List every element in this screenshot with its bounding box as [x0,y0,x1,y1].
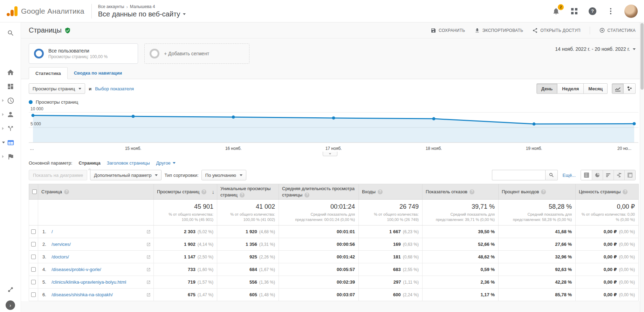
help-icon[interactable] [240,193,245,197]
row-checkbox[interactable] [31,229,36,234]
help-icon[interactable] [64,189,69,194]
view-performance-button[interactable] [603,170,614,180]
column-header-page[interactable]: Страница [41,189,62,194]
help-button[interactable]: ? [588,7,597,16]
breadcrumb-account[interactable]: Малышева 4 [130,4,155,9]
select-all-checkbox[interactable] [32,189,37,194]
sidebar-item-attribution[interactable] [0,283,21,296]
view-data-table-button[interactable] [581,170,592,180]
column-header-avg-time[interactable]: Средняя длительность просмотра страницы [282,186,355,197]
page-link[interactable]: / [52,229,53,234]
x-axis-label: 18 нояб. [426,146,442,151]
scrollbar-thumb[interactable] [640,23,644,90]
tab-statistics[interactable]: Статистика [29,67,68,79]
vertical-scrollbar[interactable] [640,22,644,312]
sidebar-item-behavior[interactable] [0,136,21,149]
page-link[interactable]: /diseases/probki-v-gorle/ [52,267,101,272]
share-button[interactable]: ОТКРЫТЬ ДОСТУП [532,28,580,33]
metric-value: 2,36 % [481,279,495,285]
avatar[interactable] [624,5,638,18]
sidebar-item-realtime[interactable] [0,94,21,107]
apps-grid-button[interactable] [570,7,579,16]
column-header-exit-rate[interactable]: Процент выходов [502,189,539,194]
property-selector[interactable]: Все данные по веб-сайту [98,10,186,18]
view-comparison-button[interactable] [614,170,624,180]
breadcrumb-root[interactable]: Все аккаунты [98,4,124,9]
row-checkbox[interactable] [31,292,36,297]
sidebar-search-button[interactable] [0,27,21,39]
metric-dropdown[interactable]: Просмотры страниц [29,83,85,94]
sidebar-item-audience[interactable] [0,108,21,121]
help-icon[interactable] [201,189,206,194]
line-chart-type-button[interactable] [612,83,624,94]
insights-button[interactable]: СТАТИСТИКА [599,27,636,33]
granularity-week-button[interactable]: Неделя [557,83,584,94]
table-row: 2./services/1 902(4,14 %)1 356(3,31 %)00… [29,238,639,251]
granularity-day-button[interactable]: День [536,83,558,94]
table-row: 1./2 303(5,02 %)1 920(4,68 %)00:01:011 6… [29,226,639,238]
plot-rows-button[interactable]: Показать на диаграмме [29,170,87,180]
metric-value: 00:05:57 [337,267,355,272]
row-checkbox[interactable] [31,255,36,259]
sidebar-item-acquisition[interactable] [0,122,21,135]
metric-value: 00:02:39 [337,279,355,285]
page-link[interactable]: /clinics/klinika-upravleniya-bolyu.html [52,279,126,285]
dimension-page[interactable]: Страница [78,160,100,166]
column-header-entrances[interactable]: Входы [362,189,376,194]
page-link[interactable]: /diseases/shishka-na-stopakh/ [52,292,113,297]
help-icon[interactable] [378,189,383,194]
motion-chart-type-button[interactable] [624,83,636,94]
secondary-dimension-dropdown[interactable]: Дополнительный параметр [90,170,162,180]
open-in-new-button[interactable] [146,293,151,297]
metric-value: 1 147 [184,254,196,259]
help-icon[interactable] [304,193,309,197]
view-pivot-button[interactable] [624,170,635,180]
tab-navigation-summary[interactable]: Сводка по навигации [68,67,129,79]
chart-canvas[interactable]: 5 00010 000 [29,106,638,145]
column-header-unique-pageviews[interactable]: Уникальные просмотры страниц [220,186,270,197]
column-header-page-value[interactable]: Ценность страницы [579,189,621,194]
open-in-new-button[interactable] [146,268,151,272]
ga-brand[interactable]: Google Аналитика [5,6,84,16]
sidebar-item-conversions[interactable] [0,150,21,163]
sidebar-collapse-button[interactable]: › [6,300,15,310]
sidebar-item-home[interactable] [0,66,21,79]
view-percentage-button[interactable] [592,170,603,180]
save-button[interactable]: СОХРАНИТЬ [431,28,465,33]
more-link[interactable]: Ещё... [563,173,576,178]
scatter-dots-icon [627,86,632,91]
column-header-pageviews[interactable]: Просмотры страниц [157,189,199,194]
segment-all-users[interactable]: Все пользователи Просмотры страниц: 100,… [29,43,138,64]
sidebar-item-customization[interactable] [0,80,21,93]
row-checkbox[interactable] [31,280,36,284]
page-link[interactable]: /doctors/ [52,254,69,259]
add-segment-button[interactable]: + Добавить сегмент [144,43,249,64]
open-in-new-button[interactable] [146,242,151,247]
table-row: 6./diseases/shishka-na-stopakh/675(1,47 … [29,289,639,301]
open-in-new-button[interactable] [146,280,151,284]
notifications-button[interactable]: 2 [551,7,561,16]
search-input[interactable] [492,170,545,180]
row-checkbox[interactable] [31,267,36,272]
column-header-bounce-rate[interactable]: Показатель отказов [426,189,467,194]
chart-collapse-button[interactable] [323,152,337,156]
dimension-other[interactable]: Другое [156,160,176,166]
page-link[interactable]: /services/ [52,242,71,247]
select-metric-link[interactable]: Выбор показателя [95,86,134,91]
sort-type-dropdown[interactable]: По умолчанию [201,170,246,180]
open-in-new-button[interactable] [146,255,151,259]
sort-desc-icon[interactable]: ↓ [212,188,215,195]
granularity-month-button[interactable]: Месяц [584,83,608,94]
date-range-picker[interactable]: 14 нояб. 2022 г. - 20 нояб. 2022 г. [555,46,636,52]
help-icon[interactable] [623,189,628,194]
metric-value: 684 [249,267,257,272]
row-checkbox[interactable] [31,242,36,247]
export-button[interactable]: ЭКСПОРТИРОВАТЬ [474,28,523,33]
dimension-page-title[interactable]: Заголовок страницы [107,160,150,166]
open-in-new-button[interactable] [146,230,151,234]
more-menu-button[interactable] [606,7,615,16]
help-icon[interactable] [541,189,546,194]
search-button[interactable] [545,170,558,180]
help-icon[interactable] [470,189,474,194]
metric-percent: (0,00 %) [619,255,635,259]
